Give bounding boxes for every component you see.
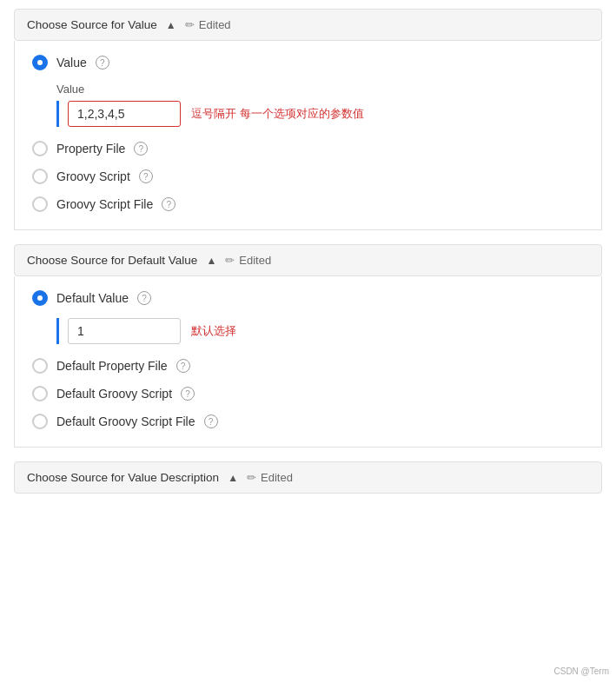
value-input-label: Value (56, 83, 584, 96)
section-choose-source-default-value: Choose Source for Default Value ▲ ✏ Edit… (14, 244, 602, 448)
value-input-field[interactable] (68, 101, 181, 127)
edited-badge-default-value: ✏ Edited (225, 254, 271, 267)
page-container: Choose Source for Value ▲ ✏ Edited Value… (0, 0, 616, 502)
radio-option-default-property-file[interactable]: Default Property File ? (32, 358, 584, 374)
radio-default-groovy-script[interactable] (32, 386, 48, 401)
radio-option-value[interactable]: Value ? (32, 55, 584, 70)
default-value-subsection: Default Value ? 默认选择 (32, 290, 584, 344)
section-body-value: Value ? Value 逗号隔开 每一个选项对应的参数值 Property … (14, 41, 602, 230)
section-title-value-description: Choose Source for Value Description (27, 471, 219, 484)
value-input-wrapper: 逗号隔开 每一个选项对应的参数值 (56, 101, 584, 127)
radio-option-default-groovy-script-file[interactable]: Default Groovy Script File ? (32, 414, 584, 429)
radio-option-groovy-script[interactable]: Groovy Script ? (32, 169, 584, 184)
radio-default-property-file[interactable] (32, 358, 48, 374)
section-header-value-description[interactable]: Choose Source for Value Description ▲ ✏ … (14, 461, 602, 494)
watermark: CSDN @Term (554, 666, 610, 676)
radio-option-property-file[interactable]: Property File ? (32, 141, 584, 156)
radio-label-default-groovy-script: Default Groovy Script (56, 387, 172, 401)
section-header-default-value[interactable]: Choose Source for Default Value ▲ ✏ Edit… (14, 244, 602, 276)
radio-groovy-script[interactable] (32, 169, 48, 184)
radio-option-groovy-script-file[interactable]: Groovy Script File ? (32, 196, 584, 212)
radio-label-property-file: Property File (56, 142, 125, 156)
radio-default-groovy-script-file[interactable] (32, 414, 48, 429)
help-icon-property-file[interactable]: ? (134, 142, 148, 156)
radio-option-default-groovy-script[interactable]: Default Groovy Script ? (32, 386, 584, 401)
radio-label-default-value: Default Value (56, 291, 129, 305)
value-subsection: Value ? Value 逗号隔开 每一个选项对应的参数值 (32, 55, 584, 127)
edited-badge-value: ✏ Edited (185, 18, 231, 31)
default-input-wrapper: 默认选择 (56, 318, 584, 344)
radio-groovy-script-file[interactable] (32, 196, 48, 212)
radio-label-default-groovy-script-file: Default Groovy Script File (56, 414, 195, 428)
radio-label-groovy-script-file: Groovy Script File (56, 197, 153, 211)
chevron-up-icon-default-value: ▲ (206, 255, 216, 267)
pencil-icon-default-value: ✏ (225, 254, 235, 267)
radio-property-file[interactable] (32, 141, 48, 156)
section-header-value[interactable]: Choose Source for Value ▲ ✏ Edited (14, 9, 602, 41)
section-choose-source-value: Choose Source for Value ▲ ✏ Edited Value… (14, 9, 602, 230)
help-icon-default-value[interactable]: ? (137, 291, 151, 305)
chevron-up-icon-value: ▲ (166, 19, 176, 31)
edited-badge-value-description: ✏ Edited (247, 471, 293, 484)
default-value-input-field[interactable] (68, 318, 181, 344)
section-body-default-value: Default Value ? 默认选择 Default Property Fi… (14, 276, 602, 448)
radio-label-value: Value (56, 56, 87, 70)
help-icon-value[interactable]: ? (96, 56, 109, 70)
section-title-value: Choose Source for Value (27, 18, 157, 31)
edited-label-value-description: Edited (261, 471, 293, 484)
radio-value-selected[interactable] (32, 55, 48, 70)
section-title-default-value: Choose Source for Default Value (27, 254, 197, 267)
section-choose-source-value-description: Choose Source for Value Description ▲ ✏ … (14, 461, 602, 494)
radio-label-default-property-file: Default Property File (56, 359, 168, 373)
pencil-icon-value-description: ✏ (247, 471, 256, 484)
help-icon-groovy-script-file[interactable]: ? (162, 197, 176, 211)
chevron-up-icon-value-description: ▲ (228, 472, 238, 484)
value-annotation: 逗号隔开 每一个选项对应的参数值 (191, 106, 364, 122)
pencil-icon-value: ✏ (185, 18, 195, 31)
default-value-annotation: 默认选择 (191, 323, 236, 339)
help-icon-default-groovy-script[interactable]: ? (181, 387, 195, 401)
help-icon-groovy-script[interactable]: ? (139, 169, 153, 183)
edited-label-default-value: Edited (239, 254, 271, 267)
radio-option-default-value[interactable]: Default Value ? (32, 290, 584, 306)
help-icon-default-property-file[interactable]: ? (176, 359, 190, 373)
help-icon-default-groovy-script-file[interactable]: ? (204, 414, 218, 428)
edited-label-value: Edited (199, 18, 231, 31)
radio-default-value-selected[interactable] (32, 290, 48, 306)
radio-label-groovy-script: Groovy Script (56, 169, 130, 183)
